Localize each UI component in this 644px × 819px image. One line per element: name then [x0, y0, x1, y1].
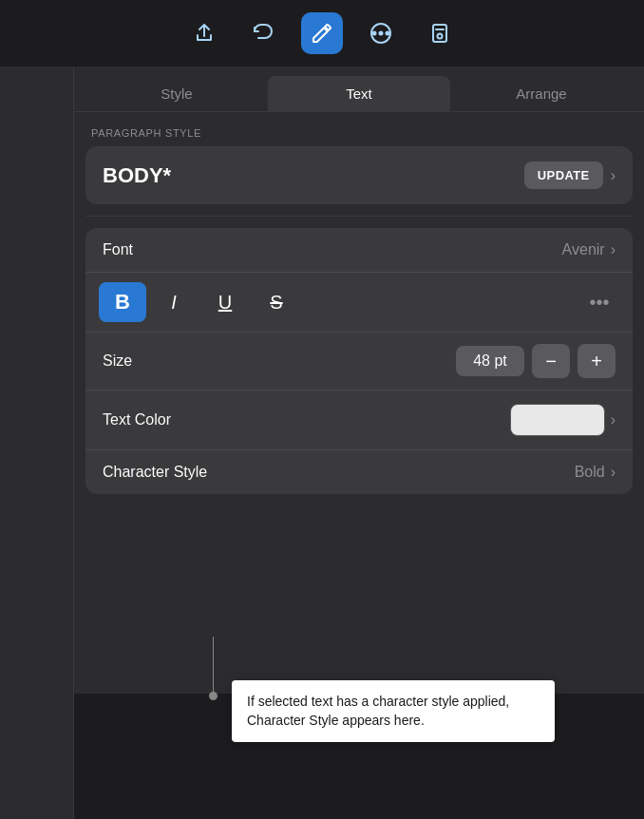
- character-style-value: Bold ›: [575, 464, 616, 481]
- undo-icon[interactable]: [242, 12, 284, 54]
- font-section: Font Avenir › B I U S ••• Size 48 pt − +…: [85, 228, 633, 494]
- size-controls: 48 pt − +: [456, 344, 616, 378]
- text-color-chevron-icon: ›: [611, 411, 616, 429]
- svg-point-2: [387, 32, 389, 35]
- text-style-more-button[interactable]: •••: [579, 282, 619, 322]
- share-icon[interactable]: [183, 12, 225, 54]
- size-value: 48 pt: [456, 346, 524, 376]
- bold-button[interactable]: B: [99, 282, 146, 322]
- size-increase-button[interactable]: +: [578, 344, 616, 378]
- more-options-icon[interactable]: [360, 12, 402, 54]
- paint-icon[interactable]: [301, 12, 343, 54]
- update-button[interactable]: UPDATE: [524, 162, 603, 189]
- callout-box: If selected text has a character style a…: [232, 680, 555, 742]
- annotation-line: [213, 637, 214, 695]
- text-panel: Style Text Arrange PARAGRAPH STYLE BODY*…: [74, 67, 644, 694]
- strikethrough-button[interactable]: S: [253, 282, 300, 322]
- annotation-dot: [209, 692, 218, 700]
- underline-button[interactable]: U: [201, 282, 249, 322]
- document-preview-icon[interactable]: [419, 12, 461, 54]
- font-value-text: Avenir: [562, 241, 605, 258]
- tab-style[interactable]: Style: [85, 76, 268, 111]
- paragraph-style-name: BODY*: [103, 163, 171, 188]
- paragraph-style-row[interactable]: BODY* UPDATE ›: [85, 146, 633, 204]
- text-color-swatch[interactable]: [510, 404, 605, 436]
- font-value: Avenir ›: [562, 241, 616, 258]
- font-row[interactable]: Font Avenir ›: [85, 228, 633, 273]
- tab-text[interactable]: Text: [268, 76, 450, 111]
- tab-arrange[interactable]: Arrange: [450, 76, 633, 111]
- paragraph-style-chevron-icon: ›: [611, 167, 616, 184]
- left-sidebar: [0, 67, 74, 819]
- text-color-controls: ›: [510, 404, 616, 436]
- svg-point-5: [438, 34, 443, 39]
- svg-point-1: [380, 32, 383, 35]
- character-style-value-text: Bold: [575, 464, 605, 481]
- italic-button[interactable]: I: [150, 282, 198, 322]
- size-decrease-button[interactable]: −: [532, 344, 570, 378]
- svg-point-0: [373, 32, 376, 35]
- size-row: Size 48 pt − +: [85, 333, 633, 390]
- callout-text: If selected text has a character style a…: [247, 694, 509, 728]
- character-style-row[interactable]: Character Style Bold ›: [85, 450, 633, 494]
- character-style-label: Character Style: [103, 464, 207, 481]
- paragraph-style-section-label: PARAGRAPH STYLE: [74, 112, 644, 146]
- text-style-buttons-row: B I U S •••: [85, 273, 633, 333]
- character-style-chevron-icon: ›: [611, 464, 616, 481]
- text-color-label: Text Color: [103, 411, 171, 429]
- divider-1: [85, 216, 633, 217]
- tab-bar: Style Text Arrange: [74, 67, 644, 112]
- toolbar: [0, 0, 644, 67]
- text-color-row[interactable]: Text Color ›: [85, 390, 633, 450]
- size-label: Size: [103, 352, 456, 370]
- paragraph-style-controls: UPDATE ›: [524, 162, 616, 189]
- font-label: Font: [103, 241, 133, 258]
- font-chevron-icon: ›: [611, 241, 616, 258]
